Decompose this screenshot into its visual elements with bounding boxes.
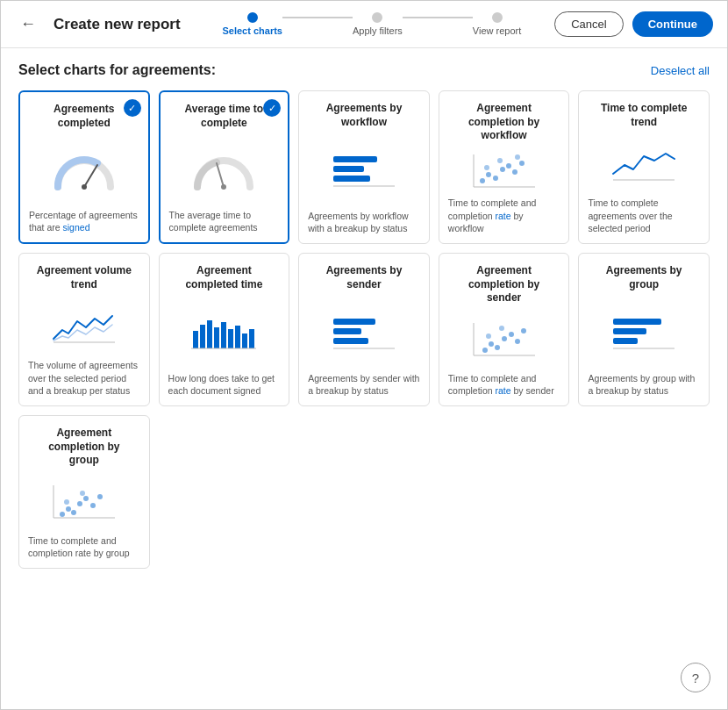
deselect-all-button[interactable]: Deselect all (651, 64, 710, 77)
svg-point-51 (60, 512, 65, 517)
svg-point-52 (66, 506, 71, 512)
chart-card-avg-time[interactable]: ✓ Average time tocomplete The average ti… (159, 90, 290, 244)
chart-visual-4 (448, 150, 560, 190)
svg-point-57 (97, 494, 103, 499)
step-label-3: View report (473, 25, 521, 36)
header-actions: Cancel Continue (554, 11, 713, 37)
chart-card-by-group[interactable]: Agreements bygroup Agreements by group w… (578, 253, 710, 406)
chart-card-completion-group[interactable]: Agreementcompletion bygroup Time to comp… (18, 415, 150, 569)
chart-card-completed-time[interactable]: Agreementcompleted time How long does ta… (159, 253, 290, 406)
svg-rect-25 (214, 327, 219, 348)
chart-desc-8: Agreements by sender with a breakup by s… (308, 372, 420, 397)
svg-point-59 (80, 491, 85, 496)
svg-line-0 (84, 165, 97, 187)
svg-point-55 (83, 496, 89, 501)
chart-title-9: Agreementcompletion bysender (448, 264, 560, 305)
page-title: Create new report (54, 16, 181, 33)
svg-rect-23 (200, 325, 205, 348)
chart-desc-7: How long does take to get each document … (168, 372, 281, 397)
chart-grid-row1: ✓ Agreementscompleted Percentage of agre… (18, 90, 710, 244)
chart-title-10: Agreements bygroup (588, 264, 700, 291)
chart-visual-3 (308, 136, 420, 202)
chart-desc-2: The average time to complete agreements (169, 209, 280, 233)
chart-card-time-trend[interactable]: Time to completetrend Time to complete a… (578, 90, 710, 244)
chart-grid-row3: Agreementcompletion bygroup Time to comp… (18, 415, 710, 569)
chart-title-8: Agreements bysender (308, 264, 420, 291)
header: ← Create new report Select charts Apply … (1, 1, 727, 48)
svg-point-37 (489, 341, 494, 347)
chart-desc-3: Agreements by workflow with a breakup by… (308, 210, 420, 234)
content-area: Select charts for agreements: Deselect a… (1, 48, 727, 592)
chart-title-6: Agreement volumetrend (28, 264, 140, 291)
chart-card-workflow[interactable]: Agreements byworkflow Agreements by work… (298, 90, 430, 244)
chart-visual-8 (308, 298, 420, 364)
svg-rect-34 (333, 338, 368, 344)
chart-visual-5 (588, 136, 700, 190)
svg-point-38 (495, 345, 500, 350)
section-title: Select charts for agreements: (18, 62, 216, 78)
svg-point-10 (493, 176, 498, 181)
svg-point-14 (519, 161, 525, 166)
svg-point-56 (90, 503, 96, 508)
section-header: Select charts for agreements: Deselect a… (18, 62, 710, 78)
chart-visual-9 (448, 312, 560, 365)
svg-point-39 (502, 336, 507, 341)
chart-visual-10 (588, 298, 700, 364)
chart-desc-5: Time to complete agreements over the sel… (588, 197, 700, 234)
svg-rect-47 (613, 319, 661, 325)
chart-title-3: Agreements byworkflow (308, 102, 420, 129)
chart-visual-7 (168, 298, 281, 364)
step-dot-3 (492, 12, 503, 23)
step-dot-2 (372, 12, 382, 23)
chart-title-5: Time to completetrend (588, 102, 700, 129)
svg-rect-30 (249, 329, 254, 348)
step-dot-1 (247, 12, 258, 23)
svg-point-1 (82, 184, 87, 190)
svg-rect-49 (613, 338, 638, 344)
svg-rect-26 (221, 322, 226, 348)
svg-rect-4 (333, 156, 377, 162)
svg-rect-6 (333, 176, 370, 182)
chart-title-7: Agreementcompleted time (168, 264, 281, 291)
back-button[interactable]: ← (15, 11, 41, 37)
step-connector-1 (282, 17, 353, 18)
svg-rect-28 (235, 326, 240, 348)
chart-visual-2 (169, 137, 280, 201)
svg-point-58 (64, 499, 69, 505)
cancel-button[interactable]: Cancel (554, 11, 623, 37)
chart-desc-4: Time to complete and completion rate by … (448, 197, 560, 234)
svg-rect-32 (333, 319, 375, 325)
svg-line-2 (217, 163, 224, 187)
step-apply-filters: Apply filters (353, 12, 403, 36)
step-label-2: Apply filters (353, 25, 403, 36)
svg-point-11 (500, 167, 505, 172)
svg-rect-5 (333, 166, 364, 172)
chart-title-1: Agreementscompleted (29, 103, 139, 130)
chart-title-4: Agreementcompletion byworkflow (448, 102, 560, 143)
svg-point-53 (71, 510, 76, 515)
chart-grid-row2: Agreement volumetrend The volume of agre… (18, 253, 710, 406)
chart-title-11: Agreementcompletion bygroup (28, 427, 140, 468)
chart-card-by-sender[interactable]: Agreements bysender Agreements by sender… (298, 253, 430, 406)
svg-rect-48 (613, 328, 646, 334)
svg-point-8 (480, 178, 485, 183)
chart-card-volume-trend[interactable]: Agreement volumetrend The volume of agre… (18, 253, 150, 406)
chart-visual-1 (29, 137, 139, 201)
chart-card-completion-sender[interactable]: Agreementcompletion bysender Time to com… (439, 253, 570, 406)
continue-button[interactable]: Continue (632, 11, 713, 37)
svg-point-54 (77, 501, 82, 506)
chart-card-completion-workflow[interactable]: Agreementcompletion byworkflow (439, 90, 570, 244)
svg-point-44 (499, 326, 504, 331)
help-button[interactable]: ? (681, 663, 710, 692)
svg-point-9 (486, 172, 491, 177)
chart-desc-11: Time to complete and completion rate by … (28, 534, 140, 559)
stepper: Select charts Apply filters View report (207, 12, 538, 36)
step-view-report: View report (473, 12, 521, 36)
step-select-charts: Select charts (222, 12, 282, 36)
svg-point-43 (486, 333, 491, 339)
chart-desc-6: The volume of agreements over the select… (28, 359, 140, 397)
step-label-1: Select charts (222, 25, 282, 36)
svg-point-12 (506, 163, 511, 169)
chart-card-agreements-completed[interactable]: ✓ Agreementscompleted Percentage of agre… (18, 90, 150, 244)
svg-point-15 (484, 165, 489, 170)
